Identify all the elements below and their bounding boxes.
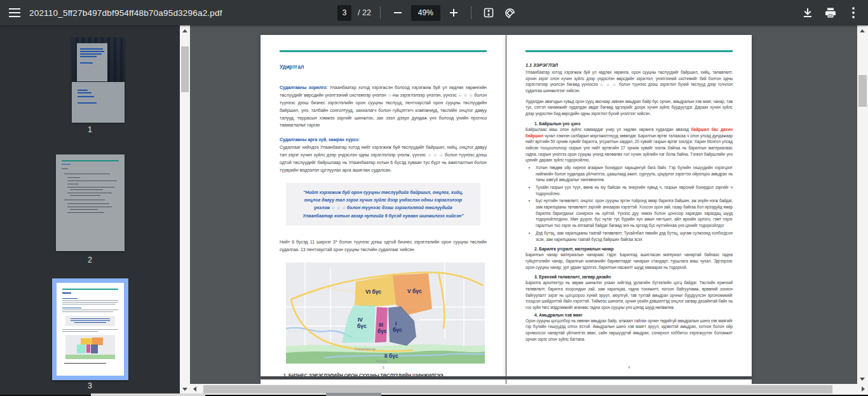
fit-page-icon[interactable] <box>480 4 497 21</box>
page3-method-lead: Судалгааны арга зүй, хамрах хүрээ: <box>280 136 487 144</box>
section2-title: 2. Барилга угсралт, материалын чанар <box>534 247 733 251</box>
list-item: Бүс нутгийн төлөвлөлт, онцлог, орон сууц… <box>536 198 733 228</box>
document-title: 202110_5ff27b497dbf954ff48b70a95d3296a2.… <box>29 8 222 18</box>
pdf-page-4: 1.1 ЗЭРЭГЛЭЛ Улаанбаатар хотод хэрэгжиж … <box>506 35 752 376</box>
svg-text:VI бүс: VI бүс <box>365 289 381 295</box>
vertical-scrollbar-thumb[interactable] <box>858 75 867 107</box>
svg-text:Google: Google <box>376 359 388 363</box>
svg-text:I: I <box>395 320 397 327</box>
horizontal-scrollbar-thumb[interactable] <box>203 385 832 393</box>
teal-rule <box>526 50 733 52</box>
page3-paragraph-goal: Судалгааны зорилго: Улаанбаатар хотод хэ… <box>280 84 487 129</box>
svg-text:II бүс: II бүс <box>384 353 398 359</box>
svg-text:V бүс: V бүс <box>407 288 422 294</box>
thumbnail-label-3: 3 <box>0 381 180 390</box>
pdf-page-3: Удиртгал Судалгааны зорилго: Улаанбаатар… <box>261 35 506 376</box>
rotate-icon[interactable] <box>502 4 519 21</box>
svg-text:III: III <box>379 322 383 328</box>
thumbnail-page-3-preview <box>57 283 124 376</box>
thumbnail-page-2[interactable] <box>56 154 125 251</box>
thumbnail-page-3-selected[interactable] <box>52 278 128 380</box>
next-page-sliver <box>506 379 752 384</box>
svg-text:IV: IV <box>358 317 363 323</box>
print-icon[interactable] <box>822 4 839 21</box>
page-count-label: / 22 <box>358 8 371 17</box>
cover-footer-box <box>72 82 125 123</box>
page4-heading: 1.1 ЗЭРЭГЛЭЛ <box>526 62 733 68</box>
page-number-input[interactable] <box>337 5 351 21</box>
zoom-out-button[interactable] <box>390 4 406 21</box>
location-factors-list: Хотын төвдөө ойр хирнээ агаарын бохирдол… <box>526 165 733 242</box>
toolbar-divider <box>471 6 471 19</box>
page4-number: 4 <box>506 365 752 369</box>
figure-caption: 1. БИЗНЕС ЗЭРЭГЛЭЛИЙН ОРОН СУУЦНЫ ТӨСЛҮҮ… <box>283 372 487 376</box>
page3-goal-lead: Судалгааны зорилго: <box>280 85 328 90</box>
svg-text:бүс: бүс <box>393 327 402 333</box>
thumbnail-label-1: 1 <box>0 125 180 134</box>
window-bottom-edge <box>91 393 205 396</box>
document-viewport: Удиртгал Судалгааны зорилго: Улаанбаатар… <box>190 25 857 396</box>
section1-title: 1. Байршлын үнэ цэнэ <box>534 121 733 126</box>
page4-paragraph-1: Улаанбаатар хотод хэрэгжиж буй үл хөдлөх… <box>526 69 733 94</box>
page3-number: 3 <box>261 365 506 369</box>
next-page-sliver <box>261 379 506 384</box>
menu-icon[interactable] <box>0 0 29 25</box>
list-item: Дэд бүтэц, зам харилцааны таатай төлөвлө… <box>536 230 733 242</box>
svg-text:бүс: бүс <box>357 323 367 329</box>
page3-paragraph-method: Судалгааны арга зүй, хамрах хүрээ:Судалг… <box>280 136 487 174</box>
thumbnail-map <box>65 335 115 359</box>
list-item: Тухайн газрын үүх түүх, өмнө нь юу байса… <box>536 184 733 196</box>
teal-rule <box>280 50 487 52</box>
download-icon[interactable] <box>799 4 816 21</box>
page3-paragraph-summary: Нийт 6 бүсэд 11 ширхэг 3* болон түүнээс … <box>280 238 487 254</box>
list-item: Хотын төвдөө ойр хирнээ агаарын бохирдол… <box>536 165 733 183</box>
page3-quote-block: “Нийт хэрэгжиж буй орон сууцны төслүүдий… <box>286 183 480 226</box>
toolbar-divider <box>380 6 381 19</box>
pdf-toolbar: 202110_5ff27b497dbf954ff48b70a95d3296a2.… <box>0 0 868 25</box>
thumbnail-page-1[interactable] <box>72 38 125 123</box>
section4-paragraph: Орон сууцны цогцолбор нь зөвхөн амьдрах … <box>526 318 733 343</box>
vertical-scrollbar[interactable] <box>857 25 868 384</box>
zoom-level: 49% <box>411 5 440 21</box>
cover-title-box <box>77 43 107 81</box>
thumbnail-label-2: 2 <box>0 256 180 264</box>
horizontal-scrollbar[interactable] <box>190 384 868 395</box>
section2-paragraph: Барилгын чанар материалын чанараас гэдэг… <box>526 252 733 270</box>
sidebar-scrollbar[interactable] <box>180 25 190 395</box>
section4-title: 4. Амьдралын хэв маяг <box>534 313 733 317</box>
section1-paragraph: Байршлаас маш олон зүйлс хамаардаг учир … <box>526 126 733 163</box>
zones-map-figure: VI бүс V бүс IV бүс III бүс I бүс II бүс… <box>286 263 485 364</box>
page4-paragraph-2: Худалдан авагчдын хувьд орон сууц авснаа… <box>526 99 733 117</box>
svg-text:бүс: бүс <box>377 328 387 334</box>
page3-heading: Удиртгал <box>280 64 487 70</box>
pdf-viewer-window: 202110_5ff27b497dbf954ff48b70a95d3296a2.… <box>0 0 868 396</box>
window-bottom-edge <box>326 393 381 396</box>
svg-text:Улаанбаатар: Улаанбаатар <box>355 347 376 351</box>
sidebar-scrollbar-thumb[interactable] <box>181 46 189 92</box>
section3-title: 3. Ерөнхий төлөвлөлт, загвар дизайн <box>534 275 733 279</box>
more-options-icon[interactable] <box>845 4 862 21</box>
thumbnail-sidebar: 1 2 <box>0 25 180 396</box>
section3-paragraph: Барилга архитектур нь өөрөө шинжлэх ухаа… <box>526 280 733 310</box>
zoom-in-button[interactable] <box>445 4 462 21</box>
